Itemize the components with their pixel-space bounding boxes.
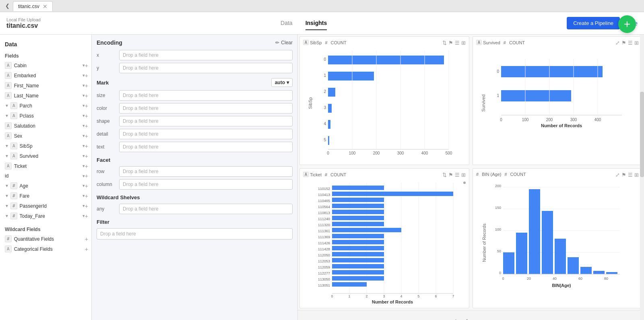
- scrollbar-track[interactable]: [640, 35, 644, 320]
- add-icon-categorical[interactable]: +: [85, 246, 88, 252]
- copy-icon-2[interactable]: ⊞: [634, 40, 639, 46]
- bookmark-icon-3[interactable]: ⚑: [448, 172, 453, 178]
- field-name-passengerid: PassengerId: [20, 203, 83, 209]
- add-icon-quantitative[interactable]: +: [85, 236, 88, 242]
- chart-ticket-svg: Number of Records 0 1 2 3 4 5 6 7: [303, 179, 466, 303]
- wildcard-title: Wildcard Fields: [0, 224, 91, 234]
- sort-icon[interactable]: ⇅: [442, 40, 447, 46]
- add-icon-id[interactable]: +: [85, 173, 88, 179]
- field-item-sex[interactable]: A Sex ▾ +: [0, 131, 91, 141]
- field-item-todayfare[interactable]: ▼ # Today_Fare ▾ +: [0, 211, 91, 221]
- field-item-survived[interactable]: ▼ A Survived ▾ +: [0, 151, 91, 161]
- scrollbar-thumb[interactable]: [640, 92, 644, 178]
- field-item-firstname[interactable]: A First_Name ▾ +: [0, 81, 91, 91]
- field-item-age[interactable]: ▼ # Age ▾ +: [0, 181, 91, 191]
- add-icon-embarked[interactable]: +: [85, 72, 88, 79]
- field-item-pclass[interactable]: ▼ A Pclass ▾ +: [0, 111, 91, 121]
- copy-icon-3[interactable]: ⊞: [461, 172, 466, 178]
- add-button[interactable]: +: [618, 15, 636, 33]
- field-item-id[interactable]: id ▾ +: [0, 171, 91, 181]
- field-item-cabin[interactable]: A Cabin ▾ +: [0, 60, 91, 70]
- field-item-passengerid[interactable]: ▼ # PassengerId ▾ +: [0, 201, 91, 211]
- svg-text:80: 80: [604, 277, 608, 281]
- encoding-y-drop[interactable]: Drop a field here: [119, 63, 293, 73]
- file-tab[interactable]: titanic.csv ✕: [13, 1, 53, 11]
- nav-arrow[interactable]: ❮: [3, 2, 11, 10]
- svg-rect-91: [332, 282, 367, 287]
- tab-data[interactable]: Data: [281, 17, 293, 30]
- sort-icon-3[interactable]: ⇅: [442, 172, 447, 178]
- wildcard-section: Wildcard Fields # Quantitative Fields + …: [0, 224, 91, 254]
- list-icon-4[interactable]: ☰: [628, 172, 633, 178]
- add-icon-sibsp[interactable]: +: [85, 143, 88, 149]
- add-icon-age[interactable]: +: [85, 183, 88, 189]
- list-icon-3[interactable]: ☰: [455, 172, 460, 178]
- field-item-ticket[interactable]: A Ticket ▾ +: [0, 161, 91, 171]
- svg-rect-12: [328, 136, 329, 145]
- add-icon-parch[interactable]: +: [85, 103, 88, 109]
- add-icon-ticket[interactable]: +: [85, 163, 88, 169]
- field-name-lastname: Last_Name: [14, 93, 83, 99]
- field-name-id: id: [5, 173, 83, 179]
- field-item-fare[interactable]: ▼ # Fare ▾ +: [0, 191, 91, 201]
- encoding-shape-drop[interactable]: Drop a field here: [119, 116, 293, 126]
- clear-button[interactable]: ✏ Clear: [275, 40, 293, 45]
- encoding-size-drop[interactable]: Drop a field here: [119, 90, 293, 101]
- tab-close-icon[interactable]: ✕: [43, 3, 47, 10]
- list-icon-2[interactable]: ☰: [628, 40, 633, 46]
- header-tabs: Data Insights: [41, 17, 567, 30]
- encoding-x-drop[interactable]: Drop a field here: [119, 50, 293, 60]
- encoding-row-drop[interactable]: Drop a field here: [119, 166, 293, 177]
- encoding-color-drop[interactable]: Drop a field here: [119, 103, 293, 114]
- add-icon-sex[interactable]: +: [85, 133, 88, 139]
- tab-insights[interactable]: Insights: [305, 17, 327, 30]
- add-icon-passengerid[interactable]: +: [85, 203, 88, 209]
- field-type-firstname: A: [5, 82, 12, 89]
- encoding-column-drop[interactable]: Drop a field here: [119, 179, 293, 190]
- expand-icon-4[interactable]: ⤢: [615, 172, 620, 178]
- encoding-detail-drop[interactable]: Drop a field here: [119, 129, 293, 139]
- create-pipeline-button[interactable]: Create a Pipeline: [567, 17, 620, 29]
- svg-text:111426: 111426: [318, 241, 330, 245]
- copy-icon[interactable]: ⊞: [461, 40, 466, 46]
- encoding-text-drop[interactable]: Drop a field here: [119, 142, 293, 152]
- bookmark-icon-4[interactable]: ⚑: [621, 172, 626, 178]
- svg-text:111428: 111428: [318, 247, 330, 251]
- expand-icon[interactable]: ⤢: [615, 40, 620, 46]
- add-icon-lastname[interactable]: +: [85, 93, 88, 99]
- encoding-color-row: color Drop a field here: [97, 103, 293, 114]
- field-item-embarked[interactable]: A Embarked ▾ +: [0, 70, 91, 81]
- svg-rect-65: [332, 204, 384, 208]
- svg-text:300: 300: [570, 118, 577, 122]
- svg-text:5: 5: [417, 294, 419, 298]
- bookmark-icon[interactable]: ⚑: [448, 40, 453, 46]
- field-name-age: Age: [20, 183, 83, 189]
- field-type-todayfare: #: [10, 213, 17, 219]
- field-item-parch[interactable]: ▼ A Parch ▾ +: [0, 101, 91, 111]
- wildcard-quantitative[interactable]: # Quantitative Fields +: [0, 234, 91, 244]
- encoding-title: Encoding: [97, 39, 122, 46]
- field-item-sibsp[interactable]: ▼ A SibSp ▾ +: [0, 141, 91, 151]
- list-icon[interactable]: ☰: [455, 40, 460, 46]
- add-icon-todayfare[interactable]: +: [85, 213, 88, 219]
- svg-text:0: 0: [499, 271, 501, 275]
- add-icon-cabin[interactable]: +: [85, 62, 88, 69]
- facet-title: Facet: [97, 157, 110, 163]
- mark-select[interactable]: auto ▾: [271, 78, 293, 87]
- add-icon-salutation[interactable]: +: [85, 123, 88, 129]
- field-item-lastname[interactable]: A Last_Name ▾ +: [0, 91, 91, 101]
- wildcard-categorical[interactable]: A Categorical Fields +: [0, 244, 91, 254]
- add-icon-pclass[interactable]: +: [85, 113, 88, 119]
- filter-drop[interactable]: Drop a field here: [97, 228, 293, 239]
- svg-text:111369: 111369: [318, 235, 330, 239]
- encoding-any-drop[interactable]: Drop a field here: [119, 204, 293, 214]
- svg-rect-89: [332, 276, 384, 281]
- field-item-salutation[interactable]: A Salutation ▾ +: [0, 121, 91, 131]
- svg-rect-9: [328, 88, 335, 97]
- add-icon-fare[interactable]: +: [85, 193, 88, 199]
- add-icon-survived[interactable]: +: [85, 153, 88, 159]
- copy-icon-4[interactable]: ⊞: [634, 172, 639, 178]
- bookmark-icon-2[interactable]: ⚑: [621, 40, 626, 46]
- load-more-button[interactable]: Load more...: [298, 310, 644, 320]
- add-icon-firstname[interactable]: +: [85, 83, 88, 89]
